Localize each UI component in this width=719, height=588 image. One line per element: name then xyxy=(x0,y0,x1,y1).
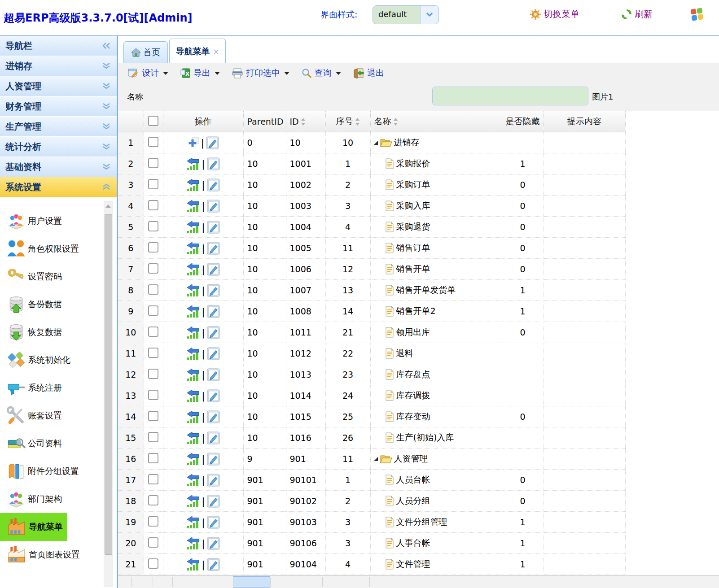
sidebar-item-4[interactable]: 备份数据 xyxy=(0,291,62,318)
sort-icon[interactable] xyxy=(355,118,360,126)
caret-down-icon[interactable] xyxy=(163,72,168,75)
row-checkbox[interactable] xyxy=(148,284,158,295)
edit-icon[interactable] xyxy=(207,347,220,360)
scrollbar-thumb[interactable] xyxy=(105,214,112,555)
edit-icon[interactable] xyxy=(207,431,220,444)
pager-current-button[interactable] xyxy=(233,576,270,588)
row-checkbox[interactable] xyxy=(148,242,158,253)
edit-icon[interactable] xyxy=(207,326,220,339)
row-checkbox[interactable] xyxy=(148,474,158,484)
sidebar-item-3[interactable]: 设置密码 xyxy=(0,263,62,291)
level-icon[interactable] xyxy=(186,305,200,318)
column-header-seq[interactable]: 序号 xyxy=(325,111,370,132)
column-header-id[interactable]: ID xyxy=(286,111,325,132)
edit-icon[interactable] xyxy=(207,389,220,402)
row-checkbox[interactable] xyxy=(148,305,158,316)
level-icon[interactable] xyxy=(186,495,200,507)
chevron-double-down-icon[interactable] xyxy=(101,102,111,110)
toolbar-print-button[interactable]: 打印选中 xyxy=(232,67,289,79)
sidebar-item-13[interactable]: 首页图表设置 xyxy=(0,541,80,569)
sidebar-item-9[interactable]: 公司资料 xyxy=(0,430,62,457)
sidebar-group-4[interactable]: 生产管理 xyxy=(0,117,117,137)
row-checkbox[interactable] xyxy=(148,348,158,358)
name-filter-input[interactable] xyxy=(432,87,588,105)
sort-icon[interactable] xyxy=(301,118,306,126)
sort-icon[interactable] xyxy=(393,118,398,126)
caret-down-icon[interactable] xyxy=(215,72,220,75)
tab-home[interactable]: 首页 xyxy=(123,41,168,63)
level-icon[interactable] xyxy=(186,410,200,423)
row-checkbox[interactable] xyxy=(148,558,158,569)
row-checkbox[interactable] xyxy=(148,516,158,527)
level-icon[interactable] xyxy=(186,242,200,254)
add-icon[interactable] xyxy=(187,137,199,148)
toolbar-exit-button[interactable]: 退出 xyxy=(353,67,384,79)
level-icon[interactable] xyxy=(186,221,200,233)
sidebar-panel-title[interactable]: 导航栏 xyxy=(0,36,117,56)
refresh-button[interactable]: 刷新 xyxy=(621,8,653,20)
level-icon[interactable] xyxy=(186,263,200,275)
edit-icon[interactable] xyxy=(207,537,220,550)
chevron-down-icon[interactable] xyxy=(420,6,438,24)
chevron-double-up-icon[interactable] xyxy=(101,183,111,191)
row-checkbox[interactable] xyxy=(148,179,158,189)
sidebar-item-12[interactable]: 导航菜单 xyxy=(0,513,67,541)
toolbar-excel-button[interactable]: X导出 xyxy=(180,67,220,79)
edit-icon[interactable] xyxy=(207,284,220,297)
level-icon[interactable] xyxy=(186,326,200,339)
sidebar-group-7[interactable]: 系统设置 xyxy=(0,177,117,197)
edit-icon[interactable] xyxy=(206,136,219,149)
edit-icon[interactable] xyxy=(207,242,220,255)
row-checkbox[interactable] xyxy=(148,390,158,400)
edit-icon[interactable] xyxy=(207,368,220,381)
row-checkbox[interactable] xyxy=(148,327,158,337)
level-icon[interactable] xyxy=(186,368,200,381)
sidebar-item-7[interactable]: 系统注册 xyxy=(0,374,62,402)
sidebar-item-8[interactable]: 账套设置 xyxy=(0,402,62,430)
close-icon[interactable]: × xyxy=(213,47,219,56)
edit-icon[interactable] xyxy=(207,263,220,276)
ui-style-select[interactable]: default xyxy=(373,5,439,24)
caret-down-icon[interactable] xyxy=(284,72,289,75)
row-checkbox[interactable] xyxy=(148,537,158,548)
row-checkbox[interactable] xyxy=(148,200,158,210)
chevron-double-down-icon[interactable] xyxy=(101,163,111,171)
sidebar-item-10[interactable]: 附件分组设置 xyxy=(0,457,79,485)
select-all-checkbox[interactable] xyxy=(148,116,158,126)
switch-menu-button[interactable]: 切换菜单 xyxy=(530,8,579,20)
edit-icon[interactable] xyxy=(207,558,220,571)
caret-down-icon[interactable] xyxy=(336,72,341,75)
tree-expand-icon[interactable] xyxy=(373,457,378,462)
sidebar-item-1[interactable]: 用户设置 xyxy=(0,207,62,235)
row-checkbox[interactable] xyxy=(148,495,158,505)
edit-icon[interactable] xyxy=(207,453,220,466)
sidebar-group-3[interactable]: 财务管理 xyxy=(0,96,117,117)
level-icon[interactable] xyxy=(186,347,200,360)
row-checkbox[interactable] xyxy=(148,263,158,274)
level-icon[interactable] xyxy=(186,474,200,486)
row-checkbox[interactable] xyxy=(148,453,158,463)
sidebar-group-1[interactable]: 进销存 xyxy=(0,56,117,76)
level-icon[interactable] xyxy=(186,453,200,465)
edit-icon[interactable] xyxy=(207,200,220,213)
window-color-icon[interactable] xyxy=(690,7,704,22)
sidebar-item-6[interactable]: 系统初始化 xyxy=(0,346,70,374)
level-icon[interactable] xyxy=(186,389,200,402)
edit-icon[interactable] xyxy=(207,495,220,508)
sidebar-group-2[interactable]: 人资管理 xyxy=(0,76,117,96)
row-checkbox[interactable] xyxy=(148,137,158,147)
scroll-up-icon[interactable] xyxy=(105,203,112,209)
level-icon[interactable] xyxy=(186,284,200,296)
edit-icon[interactable] xyxy=(207,516,220,529)
edit-icon[interactable] xyxy=(207,410,220,423)
collapse-left-icon[interactable] xyxy=(101,42,111,49)
edit-icon[interactable] xyxy=(207,305,220,318)
sidebar-item-2[interactable]: 角色权限设置 xyxy=(0,235,79,263)
toolbar-search-button[interactable]: 查询 xyxy=(302,67,341,79)
sidebar-scrollbar[interactable] xyxy=(104,201,113,587)
tab-nav-menu[interactable]: 导航菜单 × xyxy=(169,39,226,64)
level-icon[interactable] xyxy=(186,537,200,549)
chevron-double-down-icon[interactable] xyxy=(101,62,111,70)
row-checkbox[interactable] xyxy=(148,369,158,379)
sidebar-group-5[interactable]: 统计分析 xyxy=(0,137,117,157)
